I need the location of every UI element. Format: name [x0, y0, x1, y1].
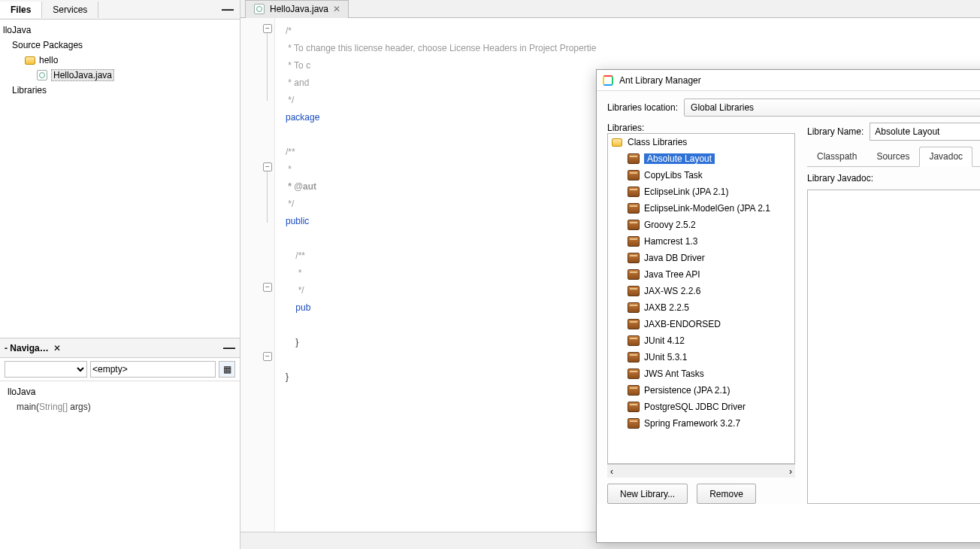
- minimize-icon[interactable]: —: [223, 341, 235, 355]
- library-item-label: PostgreSQL JDBC Driver: [644, 402, 746, 412]
- fold-line: [267, 171, 268, 223]
- tree-package[interactable]: hello: [0, 53, 240, 68]
- editor-tab-hellojava[interactable]: HelloJava.java ✕: [245, 0, 349, 18]
- editor-tabs: HelloJava.java ✕: [240, 0, 980, 18]
- tab-javadoc[interactable]: Javadoc: [919, 147, 972, 167]
- close-icon[interactable]: ✕: [333, 4, 340, 14]
- location-label: Libraries location:: [607, 102, 678, 113]
- library-item[interactable]: PostgreSQL JDBC Driver: [608, 399, 794, 415]
- project-tree[interactable]: lloJava Source Packages hello HelloJava.…: [0, 20, 240, 338]
- libraries-scroll[interactable]: Class Libraries Absolute LayoutCopyLibs …: [608, 134, 794, 463]
- dialog-footer: OK Cancel Help: [597, 504, 980, 542]
- book-icon: [628, 170, 640, 180]
- library-item-label: JAXB-ENDORSED: [644, 319, 721, 329]
- library-item[interactable]: JAX-WS 2.2.6: [608, 283, 794, 299]
- folder-icon: [24, 54, 36, 66]
- library-item[interactable]: EclipseLink-ModelGen (JPA 2.1: [608, 200, 794, 217]
- navigator-panel: - Naviga… ✕ — ▦ lloJava main(String[] ar…: [0, 338, 240, 549]
- location-select[interactable]: Global Libraries ▾: [684, 99, 980, 117]
- library-item[interactable]: Persistence (JPA 2.1): [608, 382, 794, 399]
- book-icon: [628, 402, 640, 412]
- library-item-label: JWS Ant Tasks: [644, 369, 704, 379]
- tab-sources[interactable]: Sources: [867, 147, 919, 167]
- library-item[interactable]: JAXB-ENDORSED: [608, 316, 794, 332]
- package-label: hello: [39, 55, 58, 65]
- library-javadoc-label: Library Javadoc:: [807, 173, 980, 184]
- library-item-label: EclipseLink-ModelGen (JPA 2.1: [644, 203, 770, 214]
- tab-files[interactable]: Files: [0, 2, 42, 18]
- nav-view-select[interactable]: [5, 361, 87, 378]
- book-icon: [628, 418, 640, 429]
- library-item[interactable]: Hamcrest 1.3: [608, 233, 794, 250]
- remove-library-button[interactable]: Remove: [697, 484, 756, 504]
- libraries-label: Libraries:: [607, 123, 795, 133]
- library-name-input[interactable]: [870, 123, 980, 141]
- tree-file[interactable]: HelloJava.java: [0, 68, 240, 83]
- navigator-body[interactable]: lloJava main(String[] args): [0, 381, 240, 417]
- library-list: Absolute LayoutCopyLibs TaskEclipseLink …: [608, 150, 794, 432]
- tab-services[interactable]: Services: [42, 2, 98, 18]
- library-item[interactable]: JUnit 5.3.1: [608, 349, 794, 365]
- editor-tab-label: HelloJava.java: [270, 4, 328, 14]
- library-item[interactable]: CopyLibs Task: [608, 167, 794, 184]
- nav-root[interactable]: lloJava: [5, 384, 235, 399]
- sidebar-tabs: Files Services —: [0, 0, 240, 20]
- book-icon: [628, 385, 640, 396]
- left-sidebar: Files Services — lloJava Source Packages…: [0, 0, 240, 549]
- class-libraries-node[interactable]: Class Libraries: [608, 134, 794, 150]
- new-library-button[interactable]: New Library...: [607, 484, 688, 504]
- source-pkgs-label: Source Packages: [12, 40, 83, 50]
- close-icon[interactable]: ✕: [53, 343, 61, 353]
- java-file-icon: [36, 69, 48, 81]
- library-item-label: EclipseLink (JPA 2.1): [644, 187, 729, 197]
- library-name-label: Library Name:: [807, 126, 864, 137]
- library-details-pane: Library Name: Classpath Sources Javadoc …: [807, 123, 980, 504]
- class-libraries-label: Class Libraries: [628, 137, 687, 147]
- library-item-label: Java Tree API: [644, 269, 700, 280]
- library-item-label: Spring Framework 3.2.7: [644, 418, 740, 429]
- tree-source-packages[interactable]: Source Packages: [0, 38, 240, 53]
- library-item[interactable]: EclipseLink (JPA 2.1): [608, 184, 794, 200]
- book-icon: [628, 236, 640, 247]
- book-icon: [628, 335, 640, 346]
- project-label: lloJava: [3, 25, 31, 35]
- library-item[interactable]: Spring Framework 3.2.7: [608, 415, 794, 432]
- fold-toggle-icon[interactable]: −: [263, 283, 272, 292]
- fold-toggle-icon[interactable]: −: [263, 24, 272, 33]
- library-item-label: Groovy 2.5.2: [644, 220, 696, 230]
- fold-line: [267, 33, 268, 101]
- javadoc-listbox[interactable]: [807, 190, 980, 504]
- library-item[interactable]: Java DB Driver: [608, 250, 794, 266]
- library-name-row: Library Name:: [807, 123, 980, 141]
- file-label: HelloJava.java: [51, 69, 114, 81]
- library-item[interactable]: Java Tree API: [608, 266, 794, 283]
- library-item[interactable]: Groovy 2.5.2: [608, 217, 794, 233]
- library-item[interactable]: JAXB 2.2.5: [608, 299, 794, 316]
- book-icon: [628, 153, 640, 164]
- minimize-icon[interactable]: —: [222, 6, 234, 14]
- library-item[interactable]: Absolute Layout: [608, 150, 794, 167]
- library-buttons: New Library... Remove: [607, 484, 795, 504]
- location-value: Global Libraries: [691, 102, 754, 113]
- nav-filter-select[interactable]: [90, 361, 216, 378]
- tree-project[interactable]: lloJava: [0, 23, 240, 38]
- grid-icon[interactable]: ▦: [219, 361, 235, 378]
- fold-toggle-icon[interactable]: −: [263, 162, 272, 171]
- library-item[interactable]: JWS Ant Tasks: [608, 365, 794, 382]
- fold-toggle-icon[interactable]: −: [263, 352, 272, 361]
- libraries-label: Libraries: [12, 85, 47, 96]
- library-item-label: JAXB 2.2.5: [644, 302, 689, 313]
- library-item-label: JUnit 5.3.1: [644, 352, 687, 362]
- library-item-label: Absolute Layout: [644, 153, 715, 164]
- tab-classpath[interactable]: Classpath: [807, 147, 867, 167]
- library-item-label: JAX-WS 2.2.6: [644, 286, 700, 296]
- ant-library-manager-dialog: Ant Library Manager ✕ Libraries location…: [596, 69, 980, 543]
- horizontal-scrollbar[interactable]: ‹›: [607, 464, 795, 478]
- javadoc-content-row: Add ZIP/Folder... Add URL... Remove Move…: [807, 190, 980, 504]
- library-item[interactable]: JUnit 4.12: [608, 332, 794, 349]
- detail-tabs: Classpath Sources Javadoc: [807, 147, 980, 167]
- nav-method[interactable]: main(String[] args): [5, 399, 235, 414]
- location-row: Libraries location: Global Libraries ▾: [607, 99, 980, 117]
- tree-libraries[interactable]: Libraries: [0, 83, 240, 98]
- book-icon: [628, 352, 640, 362]
